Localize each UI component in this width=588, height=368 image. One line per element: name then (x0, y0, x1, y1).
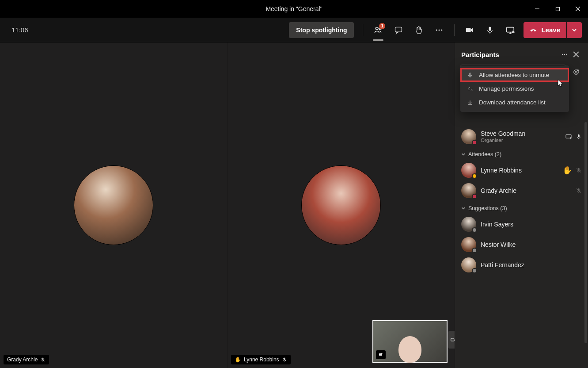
people-button[interactable]: 1 (369, 21, 387, 39)
leave-options-button[interactable] (567, 22, 582, 38)
menu-label: Manage permissions (479, 85, 534, 92)
avatar (301, 165, 381, 245)
window-controls (527, 0, 588, 18)
chevron-down-icon (461, 152, 466, 157)
panel-close-button[interactable] (570, 49, 582, 60)
attendees-section-header[interactable]: Attendees (2) (455, 147, 588, 160)
participant-name: Grady Archie (481, 187, 571, 195)
share-invite-button[interactable] (569, 65, 583, 79)
svg-point-24 (566, 54, 567, 55)
mic-muted-icon (282, 357, 287, 362)
checklist-icon (467, 86, 474, 92)
participant-row-organiser[interactable]: Steve Goodman Organiser (455, 126, 588, 147)
menu-label: Download attendance list (479, 99, 546, 106)
suggestions-section-header[interactable]: Suggestions (3) (455, 201, 588, 214)
tile-name: Lynne Robbins (244, 356, 279, 363)
maximize-button[interactable] (547, 0, 568, 18)
presence-busy-icon (472, 140, 477, 145)
suggestion-row[interactable]: Patti Fernandez (455, 255, 588, 275)
self-pin-icon[interactable] (376, 350, 386, 359)
video-stage: Grady Archie ✋ Lynne Robbins (0, 42, 455, 368)
share-button[interactable] (501, 21, 519, 39)
presence-away-icon (472, 173, 477, 179)
svg-rect-28 (469, 73, 471, 75)
chat-button[interactable] (390, 21, 407, 39)
tile-nameplate: ✋ Lynne Robbins (231, 355, 291, 364)
suggestion-row[interactable]: Irvin Sayers (455, 214, 588, 234)
avatar (461, 163, 476, 178)
participants-panel: Participants Allow attendees to unmute (455, 42, 588, 368)
content: Grady Archie ✋ Lynne Robbins (0, 42, 588, 368)
panel-more-button[interactable] (559, 49, 570, 60)
window-title: Meeting in "General" (266, 5, 322, 12)
raise-hand-button[interactable] (410, 21, 428, 39)
participant-name: Nestor Wilke (481, 241, 582, 249)
download-icon (467, 100, 474, 106)
svg-rect-21 (451, 338, 454, 341)
mic-button[interactable] (481, 21, 499, 39)
participant-role: Organiser (481, 138, 561, 144)
avatar (461, 129, 476, 144)
chevron-down-icon (461, 206, 466, 211)
participant-name: Lynne Robbins (481, 167, 558, 174)
presence-offline-icon (472, 248, 477, 253)
presence-offline-icon (472, 227, 477, 233)
leave-label: Leave (541, 26, 560, 34)
suggestion-row[interactable]: Nestor Wilke (455, 234, 588, 255)
people-badge: 1 (379, 23, 385, 29)
participant-name: Patti Fernandez (481, 261, 582, 269)
stop-spotlighting-button[interactable]: Stop spotlighting (289, 22, 354, 38)
share-screen-icon (565, 133, 572, 140)
minimize-button[interactable] (527, 0, 547, 18)
avatar (461, 237, 476, 252)
meeting-timer: 11:06 (11, 26, 28, 34)
close-button[interactable] (568, 0, 588, 18)
participant-row[interactable]: Grady Archie (455, 180, 588, 201)
meeting-toolbar: 11:06 Stop spotlighting 1 Leave (0, 18, 588, 42)
leave-button[interactable]: Leave (524, 22, 566, 38)
panel-title: Participants (461, 51, 559, 58)
participant-name: Irvin Sayers (481, 221, 582, 228)
participant-row[interactable]: Lynne Robbins ✋ (455, 160, 588, 180)
svg-point-22 (562, 54, 563, 55)
svg-rect-11 (489, 27, 491, 31)
svg-rect-10 (466, 28, 471, 32)
participant-tile[interactable]: Grady Archie (0, 42, 228, 368)
svg-rect-6 (395, 27, 402, 32)
avatar (461, 217, 476, 232)
mic-on-icon (576, 134, 582, 140)
scrollbar[interactable] (584, 122, 587, 343)
hand-raised-icon: ✋ (235, 356, 241, 363)
mic-muted-icon (40, 357, 46, 362)
avatar (461, 183, 476, 198)
menu-label: Allow attendees to unmute (479, 72, 549, 78)
mic-icon (467, 72, 474, 78)
participant-tile[interactable]: ✋ Lynne Robbins (228, 42, 455, 368)
chevron-down-icon (572, 27, 577, 33)
hangup-icon (529, 26, 538, 34)
manage-permissions-item[interactable]: Manage permissions (460, 82, 569, 96)
camera-button[interactable] (461, 21, 478, 39)
svg-point-4 (376, 27, 379, 30)
avatar (74, 165, 153, 245)
allow-attendees-unmute-item[interactable]: Allow attendees to unmute (460, 68, 569, 82)
svg-rect-33 (578, 134, 580, 137)
self-view[interactable] (372, 320, 448, 363)
presence-busy-icon (472, 194, 477, 199)
participants-options-menu: Allow attendees to unmute Manage permiss… (460, 65, 569, 112)
tile-name: Grady Archie (7, 356, 38, 363)
hand-raised-icon: ✋ (562, 165, 572, 175)
svg-rect-1 (556, 7, 559, 11)
section-label: Suggestions (3) (468, 205, 507, 211)
download-attendance-item[interactable]: Download attendance list (460, 96, 569, 109)
participant-name: Steve Goodman (481, 130, 561, 138)
svg-point-9 (441, 29, 443, 31)
svg-point-7 (436, 29, 437, 31)
svg-point-8 (439, 29, 440, 31)
tile-nameplate: Grady Archie (4, 355, 49, 364)
svg-point-20 (381, 353, 383, 354)
mic-muted-icon (576, 167, 582, 173)
section-label: Attendees (2) (468, 151, 501, 157)
titlebar: Meeting in "General" (0, 0, 588, 18)
more-actions-button[interactable] (430, 21, 448, 39)
